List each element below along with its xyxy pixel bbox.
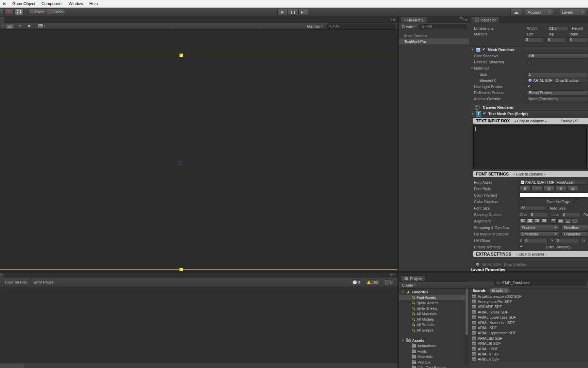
render-mode-dropdown[interactable]: ▾ xyxy=(2,25,3,28)
audio-toggle-button[interactable] xyxy=(26,24,34,29)
font-size-field[interactable]: 36 xyxy=(520,205,546,211)
account-dropdown[interactable]: Account ▾ xyxy=(525,9,553,15)
materials-foldout-row[interactable]: ▼ Materials xyxy=(469,65,588,71)
console-panel-menu-icon[interactable]: ▾≡ xyxy=(390,273,394,277)
scene-search-input[interactable]: ▾ All xyxy=(326,24,396,29)
anchor-override-object-field[interactable]: None (Transform) xyxy=(527,96,588,101)
uv-mapping-dropdown[interactable]: Character xyxy=(520,231,559,236)
rect-tool-button[interactable] xyxy=(15,9,23,15)
align-baseline-button[interactable] xyxy=(572,218,578,224)
menu-item[interactable]: Component xyxy=(38,1,66,6)
width-field[interactable]: 31.8 xyxy=(548,26,569,31)
console-log-area[interactable] xyxy=(0,287,397,363)
favorite-search-item[interactable]: All Materials xyxy=(399,311,469,317)
effects-dropdown-button[interactable]: ▾ xyxy=(36,24,47,29)
align-top-button[interactable] xyxy=(550,218,557,224)
vertex-color-swatch[interactable] xyxy=(520,193,588,198)
align-justify-button[interactable] xyxy=(541,218,548,224)
favorite-search-item[interactable]: All Prefabs xyxy=(399,322,469,327)
project-search-input[interactable]: t:TMP_FontAsset xyxy=(494,280,586,286)
favorite-search-item[interactable]: Sprite Assets xyxy=(399,300,469,306)
hierarchy-search-input[interactable]: ▾ All xyxy=(419,24,468,29)
cast-shadows-dropdown[interactable]: Off xyxy=(527,53,588,59)
rect-gizmo-top-handle[interactable] xyxy=(179,53,183,57)
menu-item[interactable]: GameObject xyxy=(9,1,38,6)
asset-folder-item[interactable]: Animations xyxy=(399,343,469,349)
extra-settings-bar[interactable]: EXTRA SETTINGS - Click to expand - xyxy=(473,251,588,257)
margin-top-field[interactable]: 0 xyxy=(546,37,566,42)
move-tool-button[interactable] xyxy=(4,9,13,15)
play-button[interactable]: ▶ xyxy=(277,9,288,15)
project-tree-scrollbar[interactable] xyxy=(465,288,469,365)
lighting-toggle-button[interactable]: ☀ xyxy=(16,24,24,29)
object-pivot-gizmo[interactable] xyxy=(179,161,182,165)
search-result-item[interactable]: ARIALI SDF xyxy=(469,346,588,351)
favorite-search-item[interactable]: Font Assets xyxy=(399,295,469,300)
hierarchy-panel-menu-icon[interactable]: ▾≡ xyxy=(463,18,467,21)
layers-dropdown[interactable]: Layers ▾ xyxy=(559,9,586,15)
favorites-root[interactable]: ▼ ★ Favorites xyxy=(399,289,469,295)
text-input-box-bar[interactable]: TEXT INPUT BOX - Click to collapse - Ena… xyxy=(473,118,588,124)
error-pause-button[interactable]: Error Pause xyxy=(31,278,57,287)
asset-folder-item[interactable]: Prefabs xyxy=(399,359,469,365)
mesh-renderer-header[interactable]: ▼ Mesh Renderer xyxy=(469,46,588,53)
uv-mapping-dropdown-2[interactable]: Character xyxy=(562,231,588,236)
hierarchy-item[interactable]: TextMeshPro xyxy=(399,39,469,44)
global-button[interactable]: Global xyxy=(46,9,65,15)
use-light-probes-checkbox[interactable] xyxy=(527,85,532,89)
foldout-icon[interactable]: ▼ xyxy=(471,112,475,116)
search-result-item[interactable]: ARIALN SDF xyxy=(469,351,588,356)
assets-root[interactable]: ▼ Assets xyxy=(399,338,469,343)
align-center-button[interactable] xyxy=(527,218,533,224)
material-editor-header-partial[interactable]: ARIAL SDF - Drop Shadow xyxy=(469,261,588,267)
favorite-search-item[interactable]: Style Sheets xyxy=(399,306,469,311)
asset-folder-item[interactable]: Materials xyxy=(399,354,469,359)
mesh-renderer-enabled-checkbox[interactable] xyxy=(482,48,486,52)
asset-folder-item[interactable]: QA - Test Scenes xyxy=(399,365,469,368)
project-create-button[interactable]: Create ▾ xyxy=(400,282,417,288)
font-style-button[interactable]: S xyxy=(555,186,566,191)
scene-panel-menu-icon[interactable]: ▾≡ xyxy=(391,18,395,21)
enable-kerning-checkbox[interactable] xyxy=(520,245,524,249)
scene-viewport[interactable] xyxy=(0,29,397,271)
element0-object-field[interactable]: ARIAL SDF - Drop Shadow xyxy=(527,78,588,83)
clear-on-play-button[interactable]: Clear on Play xyxy=(2,278,31,287)
textmeshpro-enabled-checkbox[interactable] xyxy=(483,112,487,116)
align-left-button[interactable] xyxy=(520,218,526,224)
menu-item[interactable]: Window xyxy=(66,1,86,6)
rect-gizmo-bottom-handle[interactable] xyxy=(179,268,183,271)
align-bottom-button[interactable] xyxy=(565,218,571,224)
gizmos-dropdown[interactable]: Gizmos ▾ xyxy=(305,24,324,29)
line-spacing-field[interactable]: 0 xyxy=(561,212,580,217)
hierarchy-item[interactable]: Main Camera xyxy=(399,33,469,39)
foldout-icon[interactable]: ▼ xyxy=(470,67,474,70)
search-result-item[interactable]: ARIALBD SDF xyxy=(469,336,588,341)
favorite-search-item[interactable]: All Scripts xyxy=(399,327,469,333)
override-tags-checkbox[interactable] xyxy=(574,199,579,204)
color-gradient-checkbox[interactable] xyxy=(520,199,524,204)
menu-item[interactable]: Help xyxy=(86,1,101,6)
inspector-tab[interactable]: i Inspector xyxy=(471,17,500,23)
2d-toggle-button[interactable]: 2D xyxy=(5,24,14,29)
uv-offset-x-field[interactable]: 0 xyxy=(524,238,548,243)
hierarchy-tab[interactable]: ≡ Hierarchy xyxy=(401,17,427,23)
search-result-item[interactable]: ARIAL Greek SDF xyxy=(469,309,588,315)
font-style-button[interactable]: B xyxy=(520,186,530,191)
error-count-badge[interactable]: ! 0 xyxy=(350,279,362,285)
scrollbar-thumb[interactable] xyxy=(466,289,468,335)
foldout-icon[interactable]: ▼ xyxy=(471,48,475,51)
search-result-item[interactable]: ARIAL Lowercase SDF xyxy=(469,315,588,320)
font-asset-object-field[interactable]: ARIAL SDF (TMP_FontAsset) xyxy=(520,180,588,185)
project-tab[interactable]: Project xyxy=(401,275,425,281)
rect-gizmo-bottom-edge[interactable] xyxy=(0,269,397,270)
cloud-button[interactable]: ☁ xyxy=(510,9,522,15)
hand-tool-button[interactable] xyxy=(0,9,3,15)
search-result-item[interactable]: ARIALBI SDF xyxy=(469,341,588,346)
console-tab-partial[interactable] xyxy=(0,273,4,278)
asset-folder-item[interactable]: Fonts xyxy=(399,349,469,354)
margin-left-field[interactable]: 0 xyxy=(524,37,543,42)
search-result-item[interactable]: ARIAL SDF xyxy=(469,325,588,330)
search-scope-pill[interactable]: Assets xyxy=(489,288,510,293)
canvas-renderer-header[interactable]: Canvas Renderer xyxy=(469,104,588,110)
overflow-dropdown[interactable]: Overflow xyxy=(562,225,588,230)
